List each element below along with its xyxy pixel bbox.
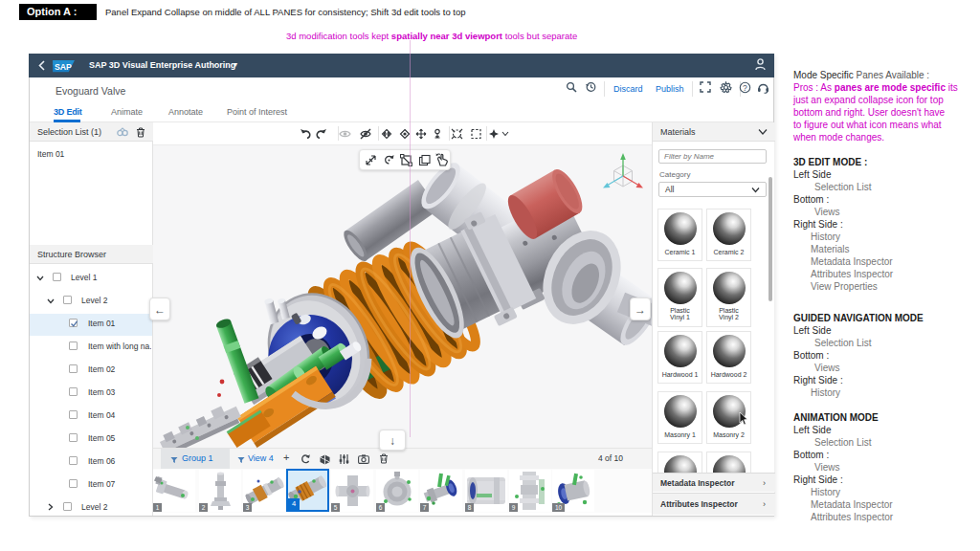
svg-text:SAP: SAP bbox=[55, 62, 72, 72]
svg-text:?: ? bbox=[743, 83, 747, 93]
